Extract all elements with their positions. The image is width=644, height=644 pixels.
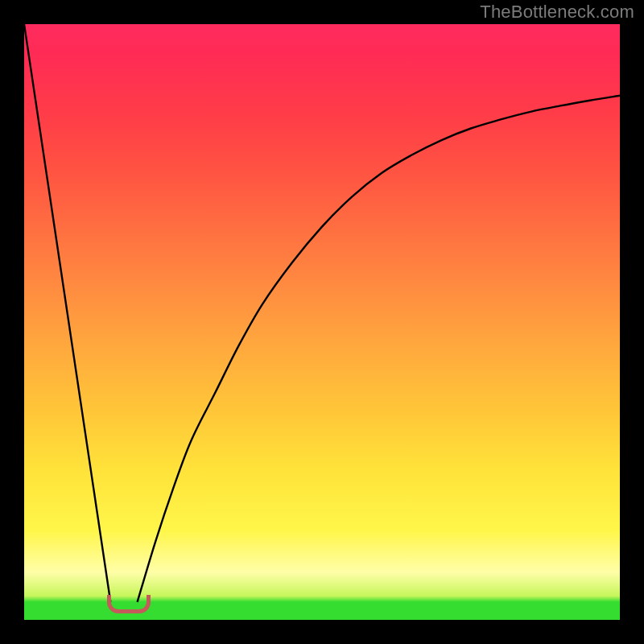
curve-path — [24, 24, 620, 602]
minimum-marker — [107, 595, 151, 613]
watermark-text: TheBottleneck.com — [480, 2, 634, 23]
chart-curve — [24, 24, 620, 620]
chart-frame: TheBottleneck.com — [0, 0, 644, 644]
plot-area — [24, 24, 620, 620]
